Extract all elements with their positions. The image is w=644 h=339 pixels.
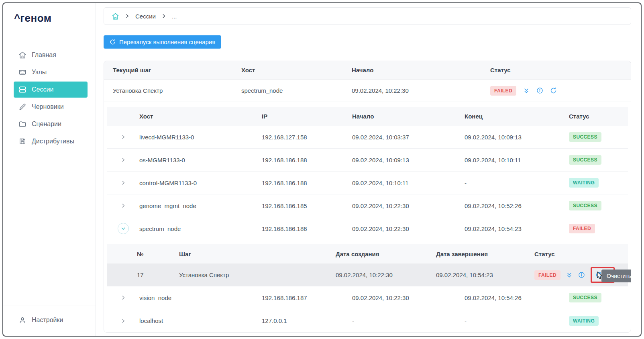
session-step: Установка Спектр — [104, 87, 241, 94]
col-host: Хост — [139, 113, 262, 120]
status-badge: SUCCESS — [569, 155, 601, 165]
host-row[interactable]: livecd-MGMR1133-0 192.168.127.158 09.02.… — [107, 126, 628, 149]
host-row[interactable]: genome_mgmt_node 192.168.186.185 09.02.2… — [107, 194, 628, 217]
sidebar-item-settings[interactable]: Настройки — [14, 312, 88, 328]
col-step: Шаг — [179, 251, 336, 257]
step-name: Установка Спектр — [179, 272, 336, 278]
step-row[interactable]: 17 Установка Спектр 09.02.2024, 10:22:30… — [107, 263, 628, 286]
host-end: 09.02.2024, 10:10:11 — [465, 157, 569, 163]
host-name: spectrum_node — [139, 225, 262, 232]
nodes-icon — [18, 68, 26, 76]
chevron-right-icon — [161, 13, 167, 19]
col-start: Начало — [352, 67, 490, 74]
host-ip: 192.168.186.188 — [262, 180, 352, 186]
host-end: - — [465, 317, 569, 324]
sidebar-item-main[interactable]: Главная — [14, 47, 88, 63]
hosts-table: Хост IP Начало Конец Статус livecd-MGMR1… — [104, 102, 631, 332]
refresh-icon[interactable] — [550, 87, 557, 94]
sidebar-item-label: Сессии — [32, 86, 53, 93]
restart-scenario-button[interactable]: Перезапуск выполнения сценария — [104, 35, 221, 49]
status-badge: WAITING — [569, 178, 599, 188]
host-start: 09.02.2024, 10:22:30 — [352, 202, 465, 209]
sidebar-item-distributions[interactable]: Дистрибутивы — [14, 133, 88, 149]
host-row-expanded[interactable]: spectrum_node 192.168.186.186 09.02.2024… — [107, 217, 628, 240]
host-ip: 192.168.127.158 — [262, 134, 352, 141]
annotation-highlight-box: Очистить — [591, 267, 615, 283]
host-name: livecd-MGMR1133-0 — [139, 134, 262, 141]
user-icon — [18, 316, 26, 324]
sidebar-item-scenarios[interactable]: Сценарии — [14, 116, 88, 132]
expand-chevron-icon[interactable] — [120, 157, 126, 163]
sidebar-item-label: Настройки — [32, 317, 63, 324]
step-number: 17 — [107, 272, 179, 278]
info-icon[interactable] — [536, 87, 543, 94]
expand-chevron-icon[interactable] — [120, 134, 126, 140]
status-badge: FAILED — [569, 224, 595, 233]
col-start: Начало — [352, 113, 465, 120]
breadcrumb-sessions[interactable]: Сессии — [135, 13, 156, 20]
sidebar-item-label: Главная — [32, 51, 56, 59]
status-badge: SUCCESS — [569, 293, 601, 302]
sidebar-item-label: Узлы — [32, 69, 47, 76]
col-status: Статус — [490, 67, 631, 74]
sidebar-item-nodes[interactable]: Узлы — [14, 64, 88, 80]
host-start: - — [352, 317, 465, 324]
host-ip: 192.168.186.188 — [262, 157, 352, 163]
col-current-step: Текущий шаг — [104, 67, 241, 74]
logo-text: геном — [20, 12, 51, 24]
host-name: genome_mgmt_node — [139, 202, 262, 209]
host-name: os-MGMR1133-0 — [139, 157, 262, 163]
sidebar-menu: Главная Узлы Сессии Черновики — [3, 32, 96, 306]
host-name: control-MGMR1133-0 — [139, 180, 262, 186]
sidebar-item-sessions[interactable]: Сессии — [14, 82, 88, 98]
breadcrumb-home-icon[interactable] — [112, 12, 119, 20]
main-content: Сессии ... Перезапуск выполнения сценари… — [96, 3, 641, 336]
col-ip: IP — [262, 113, 352, 120]
step-created: 09.02.2024, 10:22:30 — [336, 272, 436, 278]
tooltip-clear: Очистить — [601, 270, 631, 282]
home-icon — [18, 51, 26, 59]
host-row[interactable]: vision_node 192.168.186.187 09.02.2024, … — [107, 286, 628, 309]
host-ip: 192.168.186.185 — [262, 202, 352, 209]
save-icon — [18, 137, 26, 145]
sessions-icon — [18, 86, 26, 94]
status-badge: SUCCESS — [569, 201, 601, 210]
status-badge: SUCCESS — [569, 132, 601, 142]
info-icon[interactable] — [578, 272, 585, 278]
expand-chevron-icon[interactable] — [120, 203, 126, 208]
col-number: № — [107, 251, 179, 257]
double-chevron-down-icon[interactable] — [523, 88, 530, 94]
col-created: Дата создания — [336, 251, 436, 257]
pencil-icon — [18, 103, 26, 111]
host-start: 09.02.2024, 10:03:37 — [352, 134, 465, 141]
host-start: 09.02.2024, 10:09:13 — [352, 157, 465, 163]
double-chevron-down-icon[interactable] — [566, 272, 573, 278]
status-badge: FAILED — [490, 86, 516, 96]
expand-chevron-icon[interactable] — [120, 295, 126, 300]
host-ip: 192.168.186.187 — [262, 294, 352, 301]
session-table-header: Текущий шаг Хост Начало Статус — [104, 61, 631, 80]
status-badge: WAITING — [569, 316, 599, 326]
host-ip: 192.168.186.186 — [262, 225, 352, 232]
host-name: vision_node — [139, 294, 262, 301]
expand-chevron-icon[interactable] — [120, 318, 126, 324]
step-finished: 09.02.2024, 10:54:23 — [436, 272, 534, 278]
host-end: 09.02.2024, 10:52:26 — [465, 202, 569, 209]
host-name: localhost — [139, 317, 262, 324]
current-session-row: Установка Спектр spectrum_node 09.02.202… — [104, 80, 631, 102]
chevron-right-icon — [124, 13, 130, 19]
host-row[interactable]: os-MGMR1133-0 192.168.186.188 09.02.2024… — [107, 149, 628, 172]
collapse-chevron-icon[interactable] — [118, 223, 129, 234]
hosts-table-header: Хост IP Начало Конец Статус — [107, 107, 628, 126]
mouse-cursor-icon — [597, 272, 603, 280]
host-row[interactable]: localhost 127.0.0.1 - - WAITING — [107, 309, 628, 332]
app-window: ^геном Главная Узлы Сессии — [2, 2, 642, 337]
host-start: 09.02.2024, 10:22:30 — [352, 294, 465, 301]
steps-table-header: № Шаг Дата создания Дата завершения Стат… — [107, 244, 628, 263]
sidebar-item-drafts[interactable]: Черновики — [14, 99, 88, 115]
refresh-icon — [110, 39, 116, 45]
expand-chevron-icon[interactable] — [120, 180, 126, 186]
col-end: Конец — [465, 113, 569, 120]
host-end: - — [465, 180, 569, 186]
host-row[interactable]: control-MGMR1133-0 192.168.186.188 09.02… — [107, 172, 628, 194]
